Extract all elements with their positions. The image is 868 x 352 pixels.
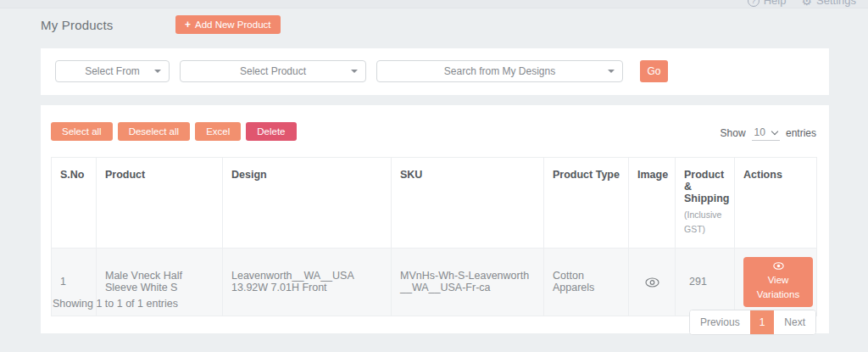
pagination: Previous 1 Next: [689, 310, 816, 335]
help-icon: ?: [748, 0, 760, 7]
cell-sku: MVnHs-Wh-S-Leavenworth__WA__USA-Fr-ca: [392, 248, 544, 316]
chevron-down-icon: [351, 70, 358, 73]
plus-icon: +: [185, 19, 191, 31]
page-size-value: 10: [754, 126, 765, 138]
select-all-button[interactable]: Select all: [51, 122, 113, 141]
eye-icon: [773, 262, 784, 270]
filter-panel: Select From Select Product Search from M…: [41, 48, 829, 95]
page-size-select[interactable]: 10: [752, 126, 780, 141]
add-new-product-label: Add New Product: [195, 20, 271, 30]
pagination-next[interactable]: Next: [774, 310, 815, 334]
delete-button[interactable]: Delete: [246, 122, 296, 141]
settings-link[interactable]: ⚙ Settings: [801, 0, 856, 7]
eye-icon: [645, 277, 659, 288]
col-header-product-type: Product Type: [544, 158, 629, 249]
col-header-shipping: Product & Shipping (Inclusive GST): [676, 158, 735, 249]
view-variations-button[interactable]: View Variations: [743, 257, 813, 308]
pagination-page-1[interactable]: 1: [750, 310, 775, 334]
cell-shipping-price: 291: [676, 248, 735, 316]
showing-entries-text: Showing 1 to 1 of 1 entries: [53, 298, 178, 310]
bulk-actions-toolbar: Select all Deselect all Excel Delete: [51, 122, 297, 141]
shipping-header-note: (Inclusive GST): [684, 208, 726, 237]
view-variations-label: View Variations: [748, 273, 808, 303]
search-designs-label: Search from My Designs: [377, 65, 622, 77]
select-product-dropdown[interactable]: Select Product: [180, 60, 366, 82]
chevron-down-icon: [771, 127, 778, 134]
entries-label: entries: [786, 127, 816, 139]
settings-label: Settings: [816, 0, 856, 7]
my-products-page: ? Help ⚙ Settings My Products + Add New …: [0, 0, 868, 352]
col-header-sno: S.No: [52, 158, 97, 249]
chevron-down-icon: [608, 70, 615, 73]
cell-image-preview[interactable]: [629, 248, 676, 316]
col-header-actions: Actions: [735, 158, 817, 249]
col-header-product: Product: [97, 158, 223, 249]
chevron-down-icon: [154, 70, 161, 73]
col-header-design: Design: [223, 158, 392, 249]
products-table: S.No Product Design SKU Product Type Ima…: [51, 157, 817, 316]
select-from-dropdown[interactable]: Select From: [55, 60, 170, 82]
go-button[interactable]: Go: [640, 60, 668, 82]
help-link[interactable]: ? Help: [748, 0, 787, 7]
select-product-label: Select Product: [181, 65, 365, 77]
col-header-sku: SKU: [392, 158, 544, 249]
shipping-header-label: Product & Shipping: [684, 169, 729, 204]
top-links: ? Help ⚙ Settings: [748, 0, 856, 7]
deselect-all-button[interactable]: Deselect all: [118, 122, 190, 141]
cell-actions: View Variations: [735, 248, 817, 316]
gear-icon: ⚙: [801, 0, 812, 7]
pagination-previous[interactable]: Previous: [690, 310, 750, 334]
page-title: My Products: [41, 18, 114, 32]
products-panel: Select all Deselect all Excel Delete Sho…: [41, 105, 829, 333]
show-entries-control: Show 10 entries: [721, 126, 816, 141]
help-label: Help: [764, 0, 787, 7]
cell-product-type: Cotton Apparels: [544, 248, 629, 316]
add-new-product-button[interactable]: + Add New Product: [175, 15, 281, 34]
cell-design: Leavenworth__WA__USA 13.92W 7.01H Front: [223, 248, 392, 316]
show-label: Show: [721, 127, 746, 139]
col-header-image: Image: [629, 158, 676, 249]
top-strip: [0, 0, 868, 8]
table-header-row: S.No Product Design SKU Product Type Ima…: [52, 158, 817, 249]
excel-button[interactable]: Excel: [195, 122, 241, 141]
select-from-label: Select From: [56, 65, 169, 77]
search-designs-dropdown[interactable]: Search from My Designs: [376, 60, 623, 82]
